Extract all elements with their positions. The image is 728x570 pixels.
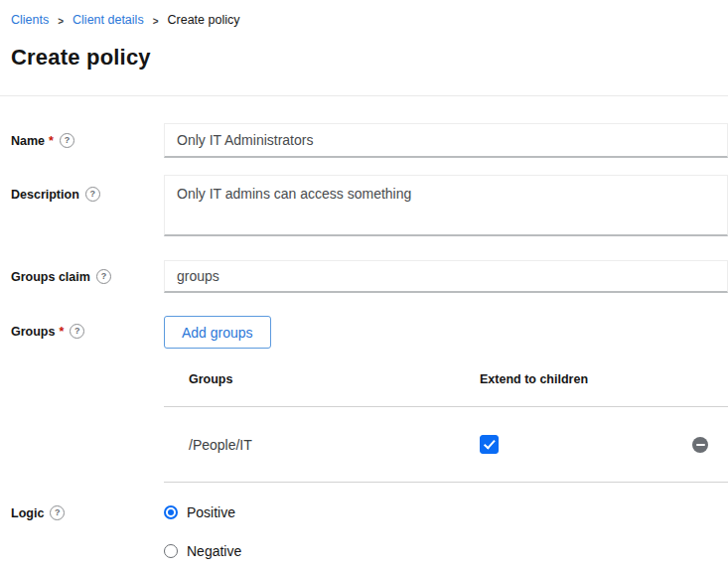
help-icon[interactable]: ? <box>96 269 111 284</box>
groups-column-header: Groups <box>164 359 480 407</box>
table-row: /People/IT <box>164 407 728 483</box>
logic-radio-group: Positive Negative <box>164 504 728 559</box>
groups-label-text: Groups <box>11 325 55 339</box>
required-indicator: * <box>49 134 54 148</box>
breadcrumb-link-clients[interactable]: Clients <box>11 13 49 27</box>
positive-radio-label: Positive <box>187 504 235 520</box>
help-icon[interactable]: ? <box>70 324 84 339</box>
logic-label-text: Logic <box>11 506 44 520</box>
name-label: Name * ? <box>11 133 164 148</box>
breadcrumb-separator-icon: > <box>58 14 64 27</box>
logic-option-positive[interactable]: Positive <box>164 504 728 520</box>
create-policy-form: Name * ? Description ? Only IT admins ca… <box>0 96 728 559</box>
form-row-description: Description ? Only IT admins can access … <box>11 175 728 236</box>
groups-label: Groups * ? <box>11 316 164 339</box>
groups-claim-input[interactable] <box>164 260 728 293</box>
form-row-groups: Groups * ? Add groups Groups Extend to c… <box>11 316 728 483</box>
group-path-cell: /People/IT <box>164 407 480 483</box>
breadcrumb-current-page: Create policy <box>167 13 239 27</box>
extend-to-children-cell <box>480 407 673 483</box>
required-indicator: * <box>59 325 64 339</box>
breadcrumb-separator-icon: > <box>153 14 159 27</box>
positive-radio[interactable] <box>164 505 178 519</box>
logic-option-negative[interactable]: Negative <box>164 543 728 559</box>
name-label-text: Name <box>11 134 45 148</box>
add-groups-button[interactable]: Add groups <box>164 316 271 349</box>
description-textarea[interactable]: Only IT admins can access something <box>164 175 728 236</box>
breadcrumb-link-client-details[interactable]: Client details <box>73 13 144 27</box>
groups-table: Groups Extend to children /People/IT <box>164 359 728 483</box>
extend-to-children-column-header: Extend to children <box>480 359 673 407</box>
form-row-logic: Logic ? Positive Negative <box>11 504 728 559</box>
help-icon[interactable]: ? <box>50 505 65 520</box>
negative-radio[interactable] <box>164 544 178 558</box>
extend-to-children-checkbox[interactable] <box>480 435 499 454</box>
groups-claim-label-text: Groups claim <box>11 270 90 284</box>
help-icon[interactable]: ? <box>60 133 74 148</box>
help-icon[interactable]: ? <box>85 187 100 202</box>
groups-table-header-row: Groups Extend to children <box>164 359 728 407</box>
form-row-groups-claim: Groups claim ? <box>11 260 728 293</box>
name-input[interactable] <box>164 123 728 158</box>
description-label: Description ? <box>11 175 164 202</box>
page-title: Create policy <box>11 45 728 71</box>
remove-group-icon[interactable] <box>692 437 708 453</box>
negative-radio-label: Negative <box>187 543 241 559</box>
logic-label: Logic ? <box>11 504 164 520</box>
form-row-name: Name * ? <box>11 123 728 158</box>
actions-column-header <box>673 359 728 407</box>
breadcrumb: Clients > Client details > Create policy <box>11 13 728 27</box>
description-label-text: Description <box>11 188 79 202</box>
row-actions-cell <box>673 407 728 483</box>
groups-claim-label: Groups claim ? <box>11 269 164 284</box>
groups-field: Add groups Groups Extend to children /Pe… <box>164 316 728 483</box>
